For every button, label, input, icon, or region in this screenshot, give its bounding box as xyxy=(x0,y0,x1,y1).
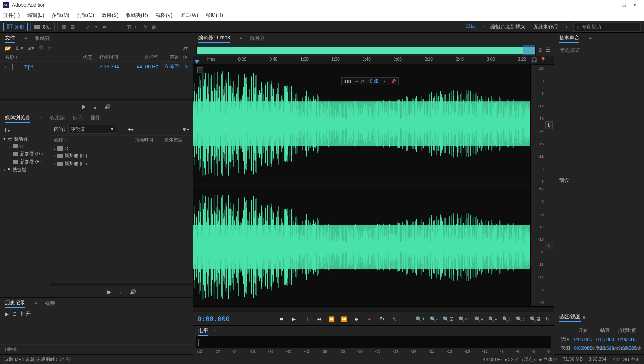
brush-tool-icon[interactable]: ✎ xyxy=(141,23,149,31)
tree-item[interactable]: ›⚑快捷键 xyxy=(0,166,50,174)
search-help-input[interactable]: ⌕ 搜索帮助 xyxy=(573,22,641,32)
maximize-icon[interactable]: □ xyxy=(623,2,626,8)
menu-clip[interactable]: 剪辑(C) xyxy=(77,12,94,19)
zoom-reset-amp-icon[interactable]: 🔍⊟ xyxy=(530,316,540,322)
workspace-default-menu-icon[interactable]: ≡ xyxy=(482,24,485,30)
zoom-full-icon[interactable]: 🔍⊡ xyxy=(443,316,453,322)
slip-tool-icon[interactable]: ⇔ xyxy=(101,23,108,31)
tab-markers[interactable]: 标记 xyxy=(73,114,83,122)
editor-panel-menu-icon[interactable]: ≡ xyxy=(239,35,242,41)
spot-heal-tool-icon[interactable]: ◍ xyxy=(150,23,157,31)
forward-button[interactable]: ⏩ xyxy=(341,316,348,322)
essential-panel-menu-icon[interactable]: ≡ xyxy=(589,35,592,41)
timecode-display[interactable]: 0:00.000 xyxy=(197,315,260,323)
minimize-icon[interactable]: — xyxy=(610,2,615,8)
play-button[interactable]: ▶ xyxy=(291,316,297,322)
open-file-icon[interactable]: 📂 xyxy=(5,45,11,51)
media-play-icon[interactable]: ▶ xyxy=(107,289,111,295)
pin-icon[interactable]: 📌 xyxy=(391,79,396,83)
headphones-icon[interactable]: 🎧 xyxy=(531,57,537,63)
close-icon[interactable]: ✕ xyxy=(633,2,637,8)
tab-properties[interactable]: 属性 xyxy=(90,114,100,122)
media-hscroll[interactable] xyxy=(50,283,193,286)
time-selection-tool-icon[interactable]: Ⅰ xyxy=(109,23,117,31)
next-button[interactable]: ⏭ xyxy=(353,316,360,322)
refresh-icon[interactable]: ↻ xyxy=(545,316,550,322)
selection-panel-menu-icon[interactable]: ≡ xyxy=(582,315,585,320)
stop-button[interactable]: ■ xyxy=(278,316,285,322)
new-file-icon[interactable]: 🗋▾ xyxy=(16,45,23,51)
move-tool-icon[interactable]: ↗ xyxy=(84,23,92,31)
levels-panel-menu-icon[interactable]: ≡ xyxy=(213,328,216,334)
sel-end[interactable]: 0:00.000 xyxy=(594,335,615,343)
zoom-selection-icon[interactable]: 🔍▭ xyxy=(458,316,469,322)
workspace-audio-video[interactable]: 编辑音频到视频 xyxy=(488,23,528,31)
lasso-tool-icon[interactable]: ⊂ xyxy=(133,23,141,31)
zoom-amp-out-icon[interactable]: 🔍↨ xyxy=(516,316,525,322)
workspace-default[interactable]: 默认 xyxy=(463,23,478,31)
back-icon[interactable]: ← xyxy=(120,127,125,133)
tab-effects-rack[interactable]: 效果组 xyxy=(50,114,65,122)
zoom-amp-in-icon[interactable]: 🔍↕ xyxy=(502,316,511,322)
skip-selection-button[interactable]: ⤡ xyxy=(391,316,398,322)
filter-search-icon[interactable]: ρ▾ xyxy=(182,45,188,51)
history-item[interactable]: ▶ 🗋 打开 xyxy=(0,309,193,319)
media-loop-icon[interactable]: ⭳ xyxy=(118,289,123,295)
marquee-tool-icon[interactable]: ◫ xyxy=(125,23,132,31)
tab-levels[interactable]: 电平 xyxy=(198,326,208,336)
insert-icon[interactable]: ⊞▾ xyxy=(27,45,34,51)
list-item[interactable]: ›新加卷 (D:) xyxy=(50,152,193,160)
zoom-out-point-icon[interactable]: 🔍▸ xyxy=(488,316,497,322)
overview-selection[interactable] xyxy=(523,45,535,55)
zoom-in-point-icon[interactable]: 🔍◂ xyxy=(474,316,483,322)
list-view-icon[interactable]: ☰ xyxy=(546,47,550,53)
menu-edit[interactable]: 编辑(E) xyxy=(27,12,44,19)
pin-icon[interactable]: 📍 xyxy=(540,57,546,63)
loop-button[interactable]: ↻ xyxy=(379,316,385,322)
list-item[interactable]: ›新加卷 (E:) xyxy=(50,160,193,168)
zoom-out-icon[interactable]: 🔍- xyxy=(430,316,438,322)
list-item[interactable]: ›C: xyxy=(50,145,193,152)
tab-media-browser[interactable]: 媒体浏览器 xyxy=(5,113,30,123)
content-dropdown[interactable]: 驱动器▾ xyxy=(68,125,116,134)
media-panel-menu-icon[interactable]: ≡ xyxy=(39,115,42,121)
files-panel-menu-icon[interactable]: ≡ xyxy=(24,35,27,41)
file-row[interactable]: › ╫ 1.mp3 3:33.394 44100 Hz 立体声 3 xyxy=(0,62,193,71)
waveform-display[interactable]: ▮▮▮ ↔ ◷ +0 dB ▾ 📌 xyxy=(193,65,530,306)
close-file-icon[interactable]: 🗑 xyxy=(47,45,52,51)
menu-help[interactable]: 帮助(H) xyxy=(206,12,223,19)
record-button[interactable]: ● xyxy=(366,316,373,322)
tree-item[interactable]: ›新加卷 (D:) xyxy=(0,150,50,158)
overview-waveform[interactable] xyxy=(196,45,536,55)
add-icon[interactable]: +▾ xyxy=(128,127,134,133)
tree-item[interactable]: ›C: xyxy=(0,143,50,150)
tree-item[interactable]: ›新加卷 (E:) xyxy=(0,158,50,166)
tab-video[interactable]: 视频 xyxy=(45,299,55,308)
mode-multitrack-button[interactable]: 多轨 xyxy=(30,23,55,31)
volume-hud[interactable]: ▮▮▮ ↔ ◷ +0 dB ▾ 📌 xyxy=(341,77,398,85)
tab-essential-sound[interactable]: 基本声音 xyxy=(559,34,579,43)
workspace-radio[interactable]: 无线电作品 xyxy=(531,23,561,31)
menu-view[interactable]: 视图(V) xyxy=(156,12,173,19)
channel-left-button[interactable]: L xyxy=(545,121,553,129)
channel-right-button[interactable]: R xyxy=(545,242,553,250)
menu-effects[interactable]: 效果(S) xyxy=(102,12,118,19)
menu-favorites[interactable]: 收藏夹(R) xyxy=(126,12,148,19)
media-autoplay-icon[interactable]: 🔊 xyxy=(130,289,136,295)
menu-multitrack[interactable]: 多轨(M) xyxy=(52,12,69,19)
tab-favorites[interactable]: 收藏夹 xyxy=(35,34,50,43)
playhead-icon[interactable] xyxy=(195,60,199,64)
prev-button[interactable]: ⏮ xyxy=(316,316,322,322)
spectral-frequency-icon[interactable]: ▥ xyxy=(60,23,68,31)
files-play-icon[interactable]: ▶ xyxy=(82,104,86,109)
menu-window[interactable]: 窗口(W) xyxy=(180,12,198,19)
file-info-icon[interactable]: 🗐 xyxy=(38,45,43,51)
filter-icon[interactable]: ▼▾ xyxy=(182,127,189,133)
download-icon[interactable]: ⬇▾ xyxy=(0,126,50,135)
menu-file[interactable]: 文件(F) xyxy=(3,12,20,19)
waveform-hscroll[interactable] xyxy=(193,306,554,312)
embed-icon[interactable] xyxy=(197,67,203,73)
razor-tool-icon[interactable]: ✂ xyxy=(92,23,100,31)
rewind-button[interactable]: ⏪ xyxy=(328,316,335,322)
sel-start[interactable]: 0:00.000 xyxy=(573,335,594,343)
